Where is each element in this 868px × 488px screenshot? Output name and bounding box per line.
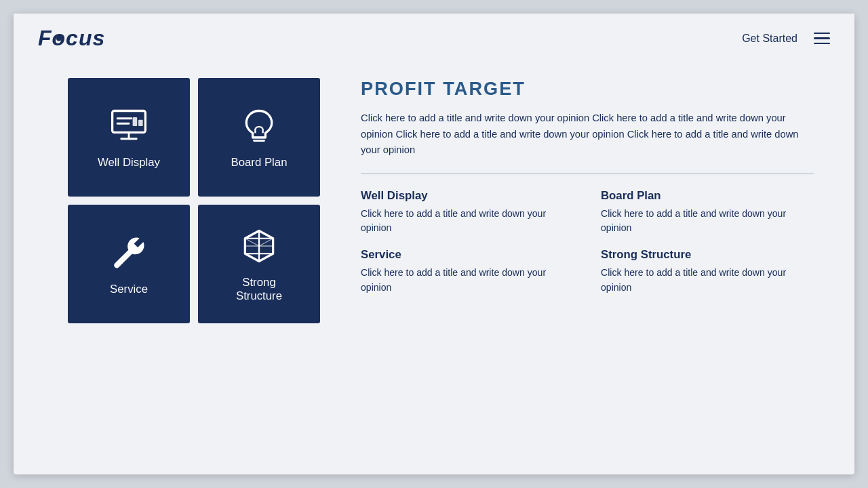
app-window: Focus Get Started <box>14 14 854 474</box>
main-content: Well Display <box>14 51 854 350</box>
presentation-icon <box>108 106 149 146</box>
card-board-plan-label: Board Plan <box>231 156 287 169</box>
card-grid: Well Display <box>68 78 320 323</box>
feature-strong-structure: Strong Structure Click here to add a tit… <box>601 248 814 296</box>
logo: Focus <box>38 26 105 51</box>
header: Focus Get Started <box>14 14 854 51</box>
card-board-plan[interactable]: Board Plan <box>198 78 320 197</box>
feature-board-plan-desc: Click here to add a title and write down… <box>601 207 814 237</box>
profit-title: PROFIT TARGET <box>361 78 814 100</box>
feature-grid: Well Display Click here to add a title a… <box>361 189 814 296</box>
wrench-icon <box>108 232 149 273</box>
card-well-display[interactable]: Well Display <box>68 78 190 197</box>
card-strong-structure-label: Strong Structure <box>236 276 282 303</box>
svg-line-16 <box>259 238 273 245</box>
svg-rect-5 <box>133 117 138 125</box>
feature-service-title: Service <box>361 248 574 262</box>
svg-rect-6 <box>138 119 143 125</box>
feature-well-display-desc: Click here to add a title and write down… <box>361 207 574 237</box>
header-right: Get Started <box>742 33 830 45</box>
feature-well-display: Well Display Click here to add a title a… <box>361 189 574 237</box>
cube-icon <box>239 226 279 266</box>
feature-service-desc: Click here to add a title and write down… <box>361 266 574 296</box>
feature-strong-structure-desc: Click here to add a title and write down… <box>601 266 814 296</box>
menu-icon[interactable] <box>814 33 830 45</box>
feature-board-plan: Board Plan Click here to add a title and… <box>601 189 814 237</box>
card-service-label: Service <box>110 283 148 296</box>
card-strong-structure[interactable]: Strong Structure <box>198 205 320 323</box>
info-section: PROFIT TARGET Click here to add a title … <box>361 78 814 296</box>
feature-service: Service Click here to add a title and wr… <box>361 248 574 296</box>
svg-line-17 <box>245 238 259 245</box>
feature-well-display-title: Well Display <box>361 189 574 203</box>
card-well-display-label: Well Display <box>98 156 160 169</box>
section-divider <box>361 174 814 174</box>
feature-strong-structure-title: Strong Structure <box>601 248 814 262</box>
get-started-link[interactable]: Get Started <box>742 33 797 45</box>
lightbulb-icon <box>239 106 279 146</box>
profit-description: Click here to add a title and write down… <box>361 110 814 159</box>
card-service[interactable]: Service <box>68 205 190 323</box>
feature-board-plan-title: Board Plan <box>601 189 814 203</box>
